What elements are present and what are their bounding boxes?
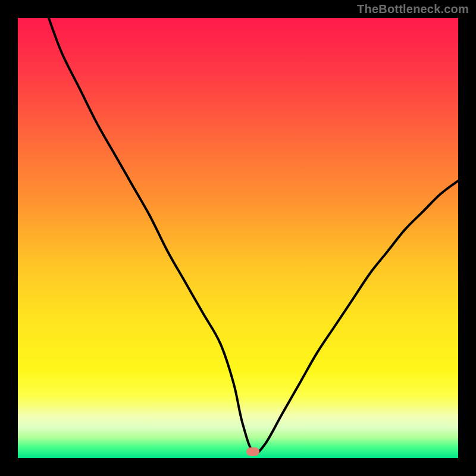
outer-frame: TheBottleneck.com bbox=[0, 0, 476, 476]
plot-area bbox=[18, 18, 458, 458]
watermark-text: TheBottleneck.com bbox=[357, 2, 469, 16]
bottleneck-curve bbox=[18, 18, 458, 458]
optimal-point-marker bbox=[246, 447, 259, 456]
